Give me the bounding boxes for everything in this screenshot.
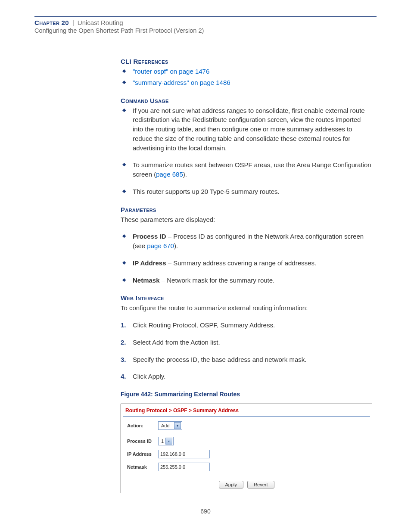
parameter-item: Netmask – Network mask for the summary r… (121, 276, 372, 285)
section-heading-command-usage: Command Usage (121, 97, 372, 104)
ip-address-row: IP Address 192.168.0.0 (127, 450, 366, 458)
parameters-intro: These parameters are displayed: (121, 215, 372, 224)
cli-reference-item: "router ospf" on page 1476 (121, 67, 372, 76)
link-page-685[interactable]: page 685 (156, 171, 183, 178)
header-rule-top (34, 16, 377, 17)
command-usage-item: This router supports up 20 Type-5 summar… (121, 187, 372, 196)
header-subtitle: Configuring the Open Shortest Path First… (34, 27, 377, 34)
parameter-item: Process ID – Process ID as configured in… (121, 232, 372, 251)
body-text: ). (174, 242, 178, 249)
figure-breadcrumb: Routing Protocol > OSPF > Summary Addres… (121, 404, 372, 416)
link-router-ospf[interactable]: "router ospf" on page 1476 (133, 68, 209, 75)
netmask-row: Netmask 255.255.0.0 (127, 463, 366, 471)
section-heading-web-interface: Web Interface (121, 294, 372, 302)
ip-address-input[interactable]: 192.168.0.0 (158, 450, 210, 458)
revert-button[interactable]: Revert (247, 481, 274, 488)
header-rule-bottom (34, 36, 377, 36)
figure-caption: Figure 442: Summarizing External Routes (121, 391, 372, 398)
chapter-label: Chapter 20 (34, 19, 69, 26)
action-select[interactable]: Add ▾ (158, 421, 182, 430)
body-text: This router supports up 20 Type-5 summar… (133, 188, 280, 195)
param-name: Process ID (133, 233, 166, 240)
step-item: Specify the process ID, the base address… (121, 355, 372, 364)
action-label: Action: (127, 423, 158, 428)
figure-box: Routing Protocol > OSPF > Summary Addres… (121, 404, 372, 493)
web-interface-intro: To configure the router to summarize ext… (121, 303, 372, 313)
body-text: If you are not sure what address ranges … (133, 107, 365, 152)
process-id-select[interactable]: 1 ▾ (158, 437, 174, 445)
step-item: Select Add from the Action list. (121, 338, 372, 347)
page: Chapter 20 | Unicast Routing Configuring… (0, 0, 411, 532)
param-name: IP Address (133, 259, 166, 267)
chapter-title: Unicast Routing (78, 19, 123, 26)
page-number: – 690 – (0, 508, 411, 515)
step-item: Click Apply. (121, 372, 372, 381)
link-summary-address[interactable]: "summary-address" on page 1486 (133, 79, 230, 86)
cli-references-list: "router ospf" on page 1476 "summary-addr… (121, 67, 372, 87)
action-row: Action: Add ▾ (127, 421, 366, 430)
header-row: Chapter 20 | Unicast Routing (34, 19, 377, 26)
parameters-list: Process ID – Process ID as configured in… (121, 232, 372, 285)
chevron-down-icon: ▾ (165, 438, 172, 445)
param-name: Netmask (133, 277, 160, 284)
netmask-label: Netmask (127, 464, 158, 470)
action-select-value: Add (161, 423, 170, 428)
command-usage-list: If you are not sure what address ranges … (121, 106, 372, 196)
netmask-input[interactable]: 255.255.0.0 (158, 463, 210, 471)
content: CLI References "router ospf" on page 147… (121, 58, 372, 493)
section-heading-cli-references: CLI References (121, 58, 372, 65)
section-heading-parameters: Parameters (121, 206, 372, 213)
web-interface-steps: Click Routing Protocol, OSPF, Summary Ad… (121, 320, 372, 381)
step-item: Click Routing Protocol, OSPF, Summary Ad… (121, 320, 372, 330)
body-text: ). (183, 171, 187, 178)
apply-button[interactable]: Apply (219, 481, 244, 488)
figure-button-row: Apply Revert (121, 478, 372, 493)
chevron-down-icon: ▾ (174, 422, 181, 429)
command-usage-item: If you are not sure what address ranges … (121, 106, 372, 153)
body-text: – Summary address covering a range of ad… (166, 259, 317, 267)
parameter-item: IP Address – Summary address covering a … (121, 258, 372, 268)
ip-address-label: IP Address (127, 451, 158, 457)
command-usage-item: To summarize routes sent between OSPF ar… (121, 160, 372, 179)
figure-form: Action: Add ▾ Process ID 1 ▾ IP Address (121, 417, 372, 478)
cli-reference-item: "summary-address" on page 1486 (121, 78, 372, 87)
process-id-label: Process ID (127, 439, 158, 444)
link-page-670[interactable]: page 670 (147, 242, 174, 249)
body-text: – Network mask for the summary route. (160, 277, 275, 284)
process-id-row: Process ID 1 ▾ (127, 437, 366, 445)
header-separator: | (72, 19, 74, 26)
process-id-value: 1 (161, 439, 164, 444)
